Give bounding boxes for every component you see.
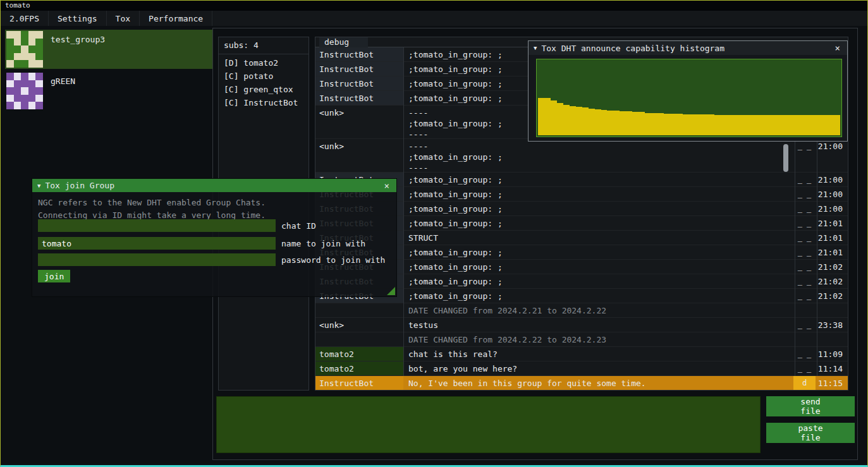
close-icon[interactable]: × bbox=[833, 44, 842, 52]
histogram-bar bbox=[802, 115, 809, 135]
group-item-test_group3[interactable]: test_group3 bbox=[5, 30, 212, 69]
chat-scrollbar[interactable] bbox=[783, 144, 788, 172]
message-time: 21:00 bbox=[816, 187, 848, 201]
join-info-line2: Connecting via ID might take a very long… bbox=[38, 210, 266, 220]
message-row[interactable]: <unk>---- ;tomato_in_group: ; ----_ _21:… bbox=[315, 139, 848, 173]
histogram-bar bbox=[834, 115, 840, 135]
avatar-pixel bbox=[35, 39, 43, 46]
message-text: No, I've been in this group for quite so… bbox=[403, 376, 793, 390]
subs-list: [D] tomato2[C] potato[C] green_qtox[C] I… bbox=[219, 56, 309, 109]
histogram-bar bbox=[809, 115, 815, 135]
message-text: DATE CHANGED from 2024.2.22 to 2024.2.23 bbox=[403, 332, 793, 346]
message-author: tomato2 bbox=[315, 361, 403, 375]
avatar-pixel bbox=[35, 53, 43, 61]
message-time: 23:38 bbox=[816, 318, 848, 332]
histogram-bar bbox=[714, 115, 721, 135]
histogram-bar bbox=[657, 113, 664, 135]
message-status: _ _ bbox=[793, 274, 816, 288]
join-password-input[interactable] bbox=[38, 253, 276, 266]
histogram-bar bbox=[639, 112, 645, 135]
message-author bbox=[315, 332, 403, 346]
chat-id-label: chat ID bbox=[281, 221, 316, 231]
avatar-pixel bbox=[21, 45, 28, 53]
subs-member[interactable]: [C] green_qtox bbox=[219, 83, 309, 96]
avatar-pixel bbox=[35, 73, 43, 80]
message-time: 11:14 bbox=[816, 361, 848, 375]
close-icon[interactable]: × bbox=[382, 181, 391, 190]
avatar-pixel bbox=[28, 73, 36, 80]
avatar-pixel bbox=[21, 53, 28, 61]
histogram-bar bbox=[670, 114, 676, 135]
message-input[interactable] bbox=[216, 396, 761, 453]
message-text: ;tomato_in_group: ; bbox=[403, 173, 793, 186]
avatar-pixel bbox=[6, 45, 14, 53]
avatar-pixel bbox=[6, 80, 14, 88]
message-text: ;tomato_in_group: ; bbox=[403, 274, 793, 288]
message-text: testus bbox=[403, 318, 793, 332]
histogram-bar bbox=[796, 115, 802, 135]
histogram-bar bbox=[683, 114, 689, 135]
message-status: _ _ bbox=[793, 361, 816, 375]
join-name-input[interactable] bbox=[38, 237, 276, 250]
message-row[interactable]: InstructBotNo, I've been in this group f… bbox=[315, 376, 848, 390]
avatar-pixel bbox=[14, 87, 21, 95]
histogram-bar bbox=[783, 115, 790, 135]
paste-file-button[interactable]: paste file bbox=[766, 423, 855, 443]
message-time: 21:02 bbox=[816, 289, 848, 303]
message-status: _ _ bbox=[793, 245, 816, 259]
avatar-pixel bbox=[35, 95, 43, 102]
avatar-pixel bbox=[14, 31, 21, 39]
message-text: DATE CHANGED from 2024.2.21 to 2024.2.22 bbox=[403, 303, 793, 317]
subs-member[interactable]: [C] potato bbox=[219, 70, 309, 83]
histogram-bar bbox=[607, 111, 613, 135]
histogram-titlebar[interactable]: ▼ Tox DHT announce capability histogram … bbox=[529, 41, 847, 55]
menu-item-performance[interactable]: Performance bbox=[140, 11, 212, 26]
histogram-bars bbox=[538, 61, 840, 135]
message-row[interactable]: <unk>testus_ _23:38 bbox=[315, 318, 848, 332]
histogram-bar bbox=[708, 114, 714, 135]
join-window-title: Tox join Group bbox=[45, 181, 114, 190]
histogram-bar bbox=[620, 111, 626, 135]
subs-member[interactable]: [D] tomato2 bbox=[219, 56, 309, 70]
menu-item-tox[interactable]: Tox bbox=[107, 11, 140, 26]
histogram-bar bbox=[689, 114, 695, 135]
join-name-row: name to join with bbox=[38, 237, 365, 250]
histogram-bar bbox=[651, 113, 657, 135]
send-file-button[interactable]: send file bbox=[766, 396, 855, 416]
date-separator-row[interactable]: DATE CHANGED from 2024.2.21 to 2024.2.22 bbox=[315, 303, 848, 318]
date-separator-row[interactable]: DATE CHANGED from 2024.2.22 to 2024.2.23 bbox=[315, 332, 848, 347]
avatar-pixel bbox=[6, 102, 14, 109]
avatar-pixel bbox=[28, 31, 36, 39]
group-item-green[interactable]: gREEN bbox=[5, 71, 212, 111]
message-row[interactable]: tomato2bot, are you new here?_ _11:14 bbox=[315, 361, 848, 376]
message-text: ;tomato_in_group: ; bbox=[403, 245, 793, 259]
collapse-icon[interactable]: ▼ bbox=[37, 183, 40, 189]
histogram-bar bbox=[727, 115, 733, 135]
message-row[interactable]: tomato2chat is this real?_ _11:09 bbox=[315, 347, 848, 361]
avatar-pixel bbox=[28, 95, 36, 102]
message-text: STRUCT bbox=[403, 231, 793, 245]
histogram-bar bbox=[815, 115, 821, 135]
menu-item-settings[interactable]: Settings bbox=[49, 11, 107, 26]
app-window: tomato 2.0FPS SettingsToxPerformance tes… bbox=[0, 0, 868, 467]
message-status: _ _ bbox=[793, 318, 816, 332]
avatar-pixel bbox=[14, 95, 21, 102]
chat-id-input[interactable] bbox=[38, 219, 276, 232]
histogram-bar bbox=[721, 115, 727, 135]
avatar-pixel bbox=[6, 87, 14, 95]
message-text: ;tomato_in_group: ; bbox=[403, 202, 793, 215]
avatar-pixel bbox=[6, 95, 14, 102]
tab-debug[interactable]: debug bbox=[319, 37, 368, 47]
collapse-icon[interactable]: ▼ bbox=[534, 45, 537, 51]
subs-member[interactable]: [C] InstructBot bbox=[219, 96, 309, 109]
message-author: <unk> bbox=[315, 139, 403, 172]
resize-grip-icon[interactable] bbox=[387, 287, 395, 295]
message-status: _ _ bbox=[793, 260, 816, 274]
join-password-label: password to join with bbox=[281, 255, 385, 265]
histogram-bar bbox=[664, 114, 670, 135]
message-time: 21:00 bbox=[816, 139, 848, 172]
avatar-pixel bbox=[6, 73, 14, 80]
join-titlebar[interactable]: ▼ Tox join Group × bbox=[32, 179, 396, 192]
histogram-bar bbox=[828, 115, 834, 135]
join-button[interactable]: join bbox=[38, 270, 70, 282]
